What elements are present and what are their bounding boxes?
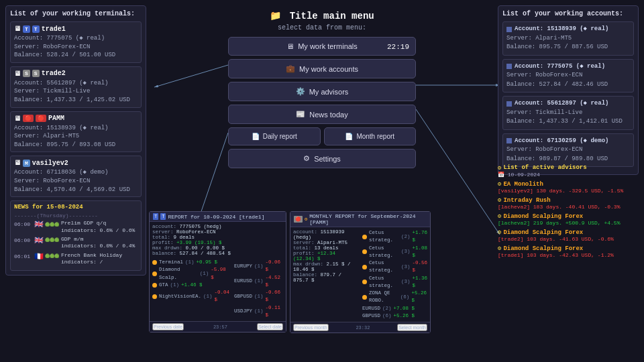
account-detail-2: Account: 55612897 (◆ real) Server: Tickm… — [506, 99, 630, 127]
daily-report-button[interactable]: 📄 Daily report — [228, 127, 321, 145]
terminal-icon-s1: S — [23, 70, 30, 77]
pair-count-1: (1) — [200, 270, 209, 278]
terminal-item-pamm: 🖥 🔴 🔴 PAMM Account: 15138939 (◆ real) Se… — [10, 111, 142, 153]
monthly-report-button[interactable]: 📄 Month report — [324, 127, 417, 145]
account-square-3 — [506, 138, 512, 143]
news-time-1: 06:00 — [14, 237, 33, 243]
pair-count-4: (1) — [254, 263, 264, 270]
pair-name-0: Terminal — [159, 259, 183, 266]
monitor-icon-3: 🖥 — [14, 115, 21, 123]
report-icon-t2: T — [160, 213, 166, 220]
folder-icon: 📁 — [270, 11, 281, 21]
terminal-name-label-4: vasilyev2 — [32, 160, 68, 167]
monthly-left-col: account: 15138939 (hedg) server: Alpari-… — [293, 229, 357, 320]
monthly-footer: Previous month 23:32 Select month — [290, 322, 430, 333]
account-item-3: Account: 67130259 (◆ demo) Server: RoboF… — [502, 133, 634, 168]
pair-name-4: EURUPY — [234, 263, 252, 270]
madv-dot-3 — [362, 280, 367, 284]
pair-dot-1 — [152, 272, 157, 276]
daily-report-title: T T REPORT for 10-09-2024 [trade1] — [150, 212, 286, 222]
daily-pairs-left: Terminal (1) +0.95 $ Diamond Scalp. (1) … — [152, 259, 230, 319]
advisor-detail-2: [lacheva2] 219 days. +500.9 USD, +4.5% — [498, 220, 639, 226]
subtitle: select data from menu: — [228, 24, 416, 32]
terminal-icon-m: M — [23, 160, 30, 167]
advisor-item-2: ⚙ Diamond Scalping Forex [lacheva2] 219 … — [498, 213, 639, 226]
daily-pair-1: Diamond Scalp. (1) -5.98 $ — [152, 266, 230, 282]
monthly-right-col: Cetus strateg. (2) +1.76 $ Cetus strateg… — [362, 229, 427, 320]
news-flag-1: 🇬🇧 — [34, 236, 44, 245]
advisor-item-1: ⚙ Intraday Rush [lacheva2] 183 days. -40… — [498, 196, 639, 210]
settings-button[interactable]: ⚙ Settings — [228, 149, 416, 168]
monthly-adv-6: GBPUSD (6) +5.26 $ — [362, 312, 427, 320]
advisor-star-3: ⚙ — [498, 229, 501, 236]
news-flag-2: 🇫🇷 — [34, 252, 44, 261]
terminal-detail-trade1: Account: 7775075 (◆ real) Server: RoboFo… — [14, 34, 138, 60]
daily-pair-2: GTA (1) +1.46 $ — [152, 282, 230, 289]
pair-value-7: -0.11 $ — [266, 304, 283, 320]
terminal-detail-vasilyev2: Account: 67118036 (◆ demo) Server: RoboF… — [14, 168, 138, 194]
monthly-report-window: 🔴 ⚙ MONTHLY REPORT for September-2024 [P… — [290, 211, 431, 333]
prev-month-button[interactable]: Previous month — [293, 324, 329, 331]
accounts-button[interactable]: 💼 My work accounts — [228, 59, 416, 78]
pair-value-4: -0.06 $ — [266, 259, 283, 274]
advisors-list-title: List of active advisors — [503, 164, 586, 171]
daily-balance-label: balance: 527.84 / 488.54 $ — [152, 251, 283, 256]
daily-account-label: account: 7775075 (hedg) — [152, 224, 283, 229]
advisor-item-3: ⚙ Diamond Scalping Forex [trade2] 103 da… — [498, 229, 639, 242]
terminal-icon-r1: 🔴 — [23, 115, 34, 122]
right-panel-title: List of your working accounts: — [502, 10, 634, 17]
pair-count-7: (1) — [254, 308, 264, 315]
monitor-icon-4: 🖥 — [14, 159, 21, 167]
monthly-icon-s1: 🔴 — [294, 216, 303, 223]
news-flag-0: 🇬🇧 — [34, 220, 44, 229]
terminal-icon-s2: S — [32, 70, 40, 77]
news-dots-0: 🟢🟢🟢 — [45, 222, 59, 227]
pair-count-5: (1) — [254, 278, 264, 285]
advisors-button[interactable]: ⚙️ My advisors — [228, 82, 416, 101]
daily-pairs-section: Terminal (1) +0.95 $ Diamond Scalp. (1) … — [152, 259, 283, 319]
select-date-button[interactable]: Select date — [257, 323, 283, 330]
daily-footer-time: 23:57 — [213, 324, 227, 330]
monthly-adv-2: Cetus strateg. (3) -0.56 $ — [362, 259, 427, 275]
account-item-1: Account: 7775075 (◆ real) Server: RoboFo… — [502, 59, 634, 93]
advisor-detail-3: [trade2] 103 days. -41.63 USD, -0.6% — [498, 236, 639, 242]
daily-footer: Previous date 23:57 Select date — [150, 321, 286, 332]
account-detail-0: Account: 15138939 (◆ real) Server: Alpar… — [506, 25, 630, 52]
daily-report-body: account: 7775075 (hedg) server: RoboFore… — [150, 222, 286, 321]
prev-date-button[interactable]: Previous date — [152, 323, 184, 330]
news-button[interactable]: 📰 News today — [228, 105, 416, 124]
news-text-0: Prelim GDP q/qindicators: 0.6% / 0.6% — [61, 220, 135, 234]
select-month-button[interactable]: Select month — [397, 324, 427, 331]
monthly-report-body: account: 15138939 (hedg) server: Alpari-… — [290, 227, 430, 322]
terminal-detail-trade2: Account: 55612897 (◆ real) Server: Tickm… — [14, 79, 138, 105]
advisor-star-2: ⚙ — [498, 213, 501, 220]
daily-pair-5: EURUSD (1) -4.52 $ — [234, 274, 283, 290]
monthly-adv-0: Cetus strateg. (2) +1.76 $ — [362, 229, 427, 245]
advisor-detail-4: [trade1] 103 days. -42.43 USD, -1.2% — [498, 252, 639, 258]
madv-dot-0 — [362, 235, 367, 239]
terminal-item-trade1: 🖥 T T trade1 Account: 7775075 (◆ real) S… — [10, 21, 142, 63]
calendar-icon: 📅 — [498, 172, 504, 178]
advisor-star-1: ⚙ — [498, 196, 501, 204]
pair-value-5: -4.52 $ — [266, 274, 283, 290]
advisor-detail-0: [vasilyev2] 130 days. -329.5 USD, -1.5% — [498, 188, 639, 194]
monitor-icon: 🖥 — [14, 25, 21, 33]
news-dots-1: 🟢🟢🟢 — [45, 237, 59, 243]
pair-name-6: GBPUSD — [234, 293, 252, 300]
daily-pairs-right: EURUPY (1) -0.06 $ EURUSD (1) -4.52 $ GB… — [234, 259, 283, 319]
terminal-item-trade2: 🖥 S S trade2 Account: 55612897 (◆ real) … — [10, 66, 142, 108]
news-item-0: 06:00 🇬🇧 🟢🟢🟢 Prelim GDP q/qindicators: 0… — [14, 220, 138, 234]
center-panel: 📁 Title main menu select data from menu:… — [228, 10, 416, 172]
daily-server-label: server: RoboForex-ECN — [152, 229, 283, 235]
terminal-icon-t2: T — [32, 25, 40, 33]
madv-dot-2 — [362, 265, 367, 269]
terminal-detail-pamm: Account: 15138939 (◆ real) Server: Alpar… — [14, 124, 138, 149]
advisor-star-4: ⚙ — [498, 245, 501, 252]
settings-icon: ⚙ — [303, 154, 310, 163]
pair-dot-2 — [152, 283, 157, 288]
monthly-icon: 📄 — [345, 133, 353, 140]
accounts-icon: 💼 — [286, 64, 295, 73]
news-divider: -------(Thursday)--------- — [14, 213, 138, 219]
report-icon-t1: T — [153, 213, 158, 220]
monitor-icon-2: 🖥 — [14, 70, 21, 78]
